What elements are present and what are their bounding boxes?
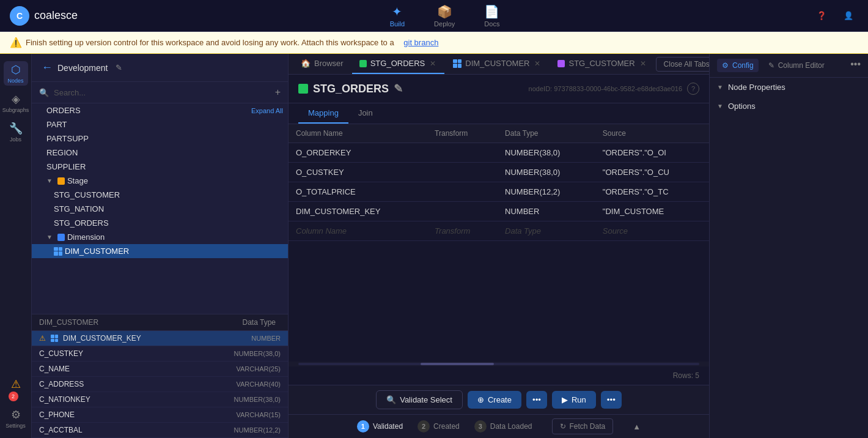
scroll-track bbox=[298, 363, 699, 365]
warning-badge: 2 bbox=[9, 392, 18, 401]
stage-folder[interactable]: ▼ Stage bbox=[32, 174, 288, 188]
run-more-button[interactable]: ••• bbox=[601, 391, 622, 409]
nav-tab-deploy[interactable]: 📦 Deploy bbox=[429, 2, 460, 30]
config-tab[interactable]: ⚙ Config bbox=[717, 59, 759, 72]
dimension-folder[interactable]: ▼ Dimension bbox=[32, 230, 288, 244]
jobs-icon: 🔧 bbox=[9, 122, 23, 135]
stg-orders-close-button[interactable]: ✕ bbox=[428, 59, 437, 68]
dim-customer-item[interactable]: DIM_CUSTOMER bbox=[32, 244, 288, 258]
table-row[interactable]: C_ADDRESS VARCHAR(40) bbox=[32, 377, 288, 392]
sidebar-tree: ORDERS Expand All PART PARTSUPP REGION S… bbox=[32, 103, 288, 314]
sidebar-item-subgraphs[interactable]: ◈ Subgraphs bbox=[4, 91, 28, 115]
top-navigation: C coalesce ✦ Build 📦 Deploy 📄 Docs ❓ 👤 bbox=[0, 0, 868, 32]
node-help-button[interactable]: ? bbox=[687, 83, 699, 95]
right-panel-header: ⚙ Config ✎ Column Editor ••• bbox=[710, 54, 868, 78]
search-input[interactable] bbox=[54, 88, 270, 97]
run-button[interactable]: ▶ Run bbox=[552, 391, 596, 409]
nav-tab-docs[interactable]: 📄 Docs bbox=[479, 2, 504, 30]
table-row[interactable]: C_CUSTKEY NUMBER(38,0) bbox=[32, 346, 288, 362]
create-more-button[interactable]: ••• bbox=[526, 391, 547, 409]
table-row[interactable]: C_NAME VARCHAR(25) bbox=[32, 362, 288, 377]
col-name: C_NATIONKEY bbox=[39, 395, 229, 404]
horizontal-scrollbar[interactable] bbox=[289, 362, 709, 366]
tab-mapping[interactable]: Mapping bbox=[298, 103, 348, 124]
fetch-data-button[interactable]: ↻ Fetch Data bbox=[552, 418, 614, 434]
expand-all-link[interactable]: Expand All bbox=[251, 107, 283, 114]
list-item[interactable]: ORDERS Expand All bbox=[32, 103, 288, 117]
validate-select-button[interactable]: 🔍 Validate Select bbox=[376, 390, 463, 409]
back-button[interactable]: ← bbox=[42, 61, 53, 74]
jobs-label: Jobs bbox=[10, 136, 21, 143]
list-item[interactable]: STG_CUSTOMER bbox=[32, 188, 288, 202]
partsupp-label: PARTSUPP bbox=[46, 134, 283, 143]
list-item[interactable]: PART bbox=[32, 117, 288, 132]
column-rows: ⚠ DIM_CUSTOMER_KEY NUMBER C_CUSTKEY NUMB… bbox=[32, 331, 288, 438]
docs-label: Docs bbox=[484, 20, 499, 28]
tab-dim-customer[interactable]: DIM_CUSTOMER ✕ bbox=[446, 54, 549, 74]
list-item[interactable]: STG_NATION bbox=[32, 202, 288, 216]
tab-join[interactable]: Join bbox=[348, 103, 383, 124]
cell-transform bbox=[427, 182, 498, 202]
run-icon: ▶ bbox=[562, 395, 568, 404]
sidebar-item-settings[interactable]: ⚙ Settings bbox=[4, 406, 28, 431]
column-header-type: Data Type bbox=[163, 318, 281, 327]
validate-icon: 🔍 bbox=[386, 395, 396, 404]
create-button[interactable]: ⊕ Create bbox=[468, 391, 521, 409]
cell-column-name: DIM_CUSTOMER_KEY bbox=[289, 202, 427, 221]
table-row[interactable]: ⚠ DIM_CUSTOMER_KEY NUMBER bbox=[32, 331, 288, 346]
node-type-icon bbox=[298, 84, 308, 94]
main-layout: ⬡ Nodes ◈ Subgraphs 🔧 Jobs ⚠ 2 ⚙ Setting… bbox=[0, 54, 868, 438]
step-2-number: 2 bbox=[417, 420, 430, 432]
git-branch-link[interactable]: git branch bbox=[403, 38, 438, 47]
list-item[interactable]: STG_ORDERS bbox=[32, 216, 288, 230]
column-editor-tab[interactable]: ✎ Column Editor bbox=[763, 59, 829, 72]
supplier-label: SUPPLIER bbox=[46, 162, 283, 171]
column-editor-label: Column Editor bbox=[778, 61, 825, 70]
col-name: C_ADDRESS bbox=[39, 380, 231, 388]
subgraphs-label: Subgraphs bbox=[2, 107, 29, 113]
settings-label: Settings bbox=[6, 423, 26, 429]
list-item[interactable]: REGION bbox=[32, 146, 288, 160]
center-content: 🏠 Browser STG_ORDERS ✕ DIM_CUSTOMER ✕ ST… bbox=[289, 54, 709, 438]
collapse-status-button[interactable]: ▲ bbox=[633, 422, 641, 431]
help-button[interactable]: ❓ bbox=[812, 6, 831, 26]
table-row[interactable]: C_ACCTBAL NUMBER(12,2) bbox=[32, 423, 288, 438]
table-row[interactable]: O_TOTALPRICE NUMBER(12,2) "ORDERS"."O_TC bbox=[289, 182, 709, 202]
nav-right: ❓ 👤 bbox=[812, 6, 858, 26]
list-item[interactable]: PARTSUPP bbox=[32, 132, 288, 146]
table-row[interactable]: C_PHONE VARCHAR(15) bbox=[32, 407, 288, 423]
table-row[interactable]: DIM_CUSTOMER_KEY NUMBER "DIM_CUSTOME bbox=[289, 202, 709, 221]
stg-customer-close-button[interactable]: ✕ bbox=[639, 59, 647, 68]
tab-browser[interactable]: 🏠 Browser bbox=[293, 54, 351, 74]
close-all-tabs-button[interactable]: Close All Tabs bbox=[656, 57, 709, 72]
node-edit-icon[interactable]: ✎ bbox=[394, 82, 403, 95]
nodes-icon: ⬡ bbox=[11, 63, 21, 76]
table-row[interactable]: C_NATIONKEY NUMBER(38,0) bbox=[32, 392, 288, 407]
tab-stg-customer[interactable]: STG_CUSTOMER ✕ bbox=[550, 54, 654, 74]
scroll-thumb[interactable] bbox=[421, 363, 494, 365]
list-item[interactable]: SUPPLIER bbox=[32, 160, 288, 174]
col-type: NUMBER(38,0) bbox=[234, 350, 281, 357]
table-row[interactable]: O_ORDERKEY NUMBER(38,0) "ORDERS"."O_OI bbox=[289, 143, 709, 163]
options-section[interactable]: ▼ Options bbox=[710, 97, 868, 116]
node-properties-section[interactable]: ▼ Node Properties bbox=[710, 78, 868, 97]
node-properties-chevron-icon: ▼ bbox=[717, 84, 723, 91]
config-icon: ⚙ bbox=[722, 61, 729, 70]
dim-customer-close-button[interactable]: ✕ bbox=[533, 59, 542, 68]
table-row[interactable]: O_CUSTKEY NUMBER(38,0) "ORDERS"."O_CU bbox=[289, 163, 709, 182]
add-button[interactable]: + bbox=[275, 87, 281, 98]
step-created: 2 Created bbox=[417, 420, 460, 432]
column-header-name: DIM_CUSTOMER bbox=[39, 318, 153, 327]
tab-stg-orders[interactable]: STG_ORDERS ✕ bbox=[352, 54, 445, 74]
user-button[interactable]: 👤 bbox=[839, 6, 858, 26]
col-name: C_NAME bbox=[39, 365, 231, 373]
table-header-row: Column Name Transform Data Type Source bbox=[289, 124, 709, 143]
icon-navigation: ⬡ Nodes ◈ Subgraphs 🔧 Jobs ⚠ 2 ⚙ Setting… bbox=[0, 54, 32, 438]
sidebar-item-nodes[interactable]: ⬡ Nodes bbox=[4, 61, 28, 86]
edit-icon[interactable]: ✎ bbox=[116, 63, 122, 72]
sidebar-item-jobs[interactable]: 🔧 Jobs bbox=[4, 120, 28, 144]
nav-tab-build[interactable]: ✦ Build bbox=[385, 2, 410, 30]
panel-more-button[interactable]: ••• bbox=[850, 59, 861, 72]
stg-nation-label: STG_NATION bbox=[54, 204, 283, 213]
col-name: C_PHONE bbox=[39, 410, 231, 419]
